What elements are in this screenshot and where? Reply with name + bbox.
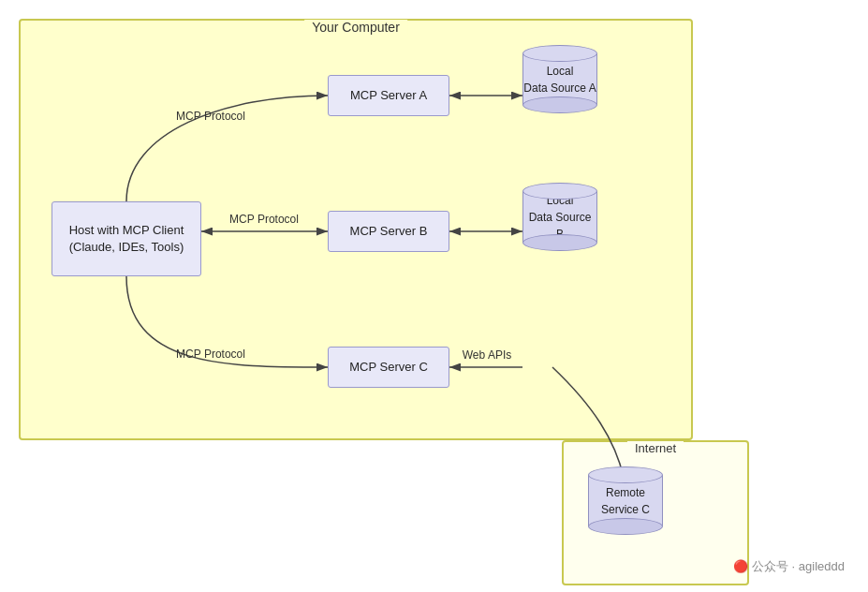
host-box: Host with MCP Client(Claude, IDEs, Tools… xyxy=(51,201,201,276)
server-c-box: MCP Server C xyxy=(328,347,449,388)
internet-label: Internet xyxy=(627,441,684,455)
server-a-box: MCP Server A xyxy=(328,75,449,116)
watermark: 🔴 公众号 · agileddd xyxy=(733,558,845,575)
server-a-label: MCP Server A xyxy=(350,87,427,104)
server-b-label: MCP Server B xyxy=(350,223,428,240)
cyl-bottom-rc xyxy=(588,518,663,535)
your-computer-label: Your Computer xyxy=(304,20,407,35)
datasource-a-cylinder: LocalData Source A xyxy=(522,45,597,113)
datasource-b-cylinder: LocalData Source B xyxy=(522,183,597,251)
diagram-container: Your Computer Internet Host with MCP Cli… xyxy=(9,9,859,583)
remote-service-c-cylinder: RemoteService C xyxy=(588,466,663,535)
server-c-label: MCP Server C xyxy=(349,359,428,376)
cyl-bottom-b xyxy=(522,234,597,251)
watermark-icon: 🔴 xyxy=(733,559,748,573)
cyl-top-a xyxy=(522,45,597,62)
watermark-text: 公众号 · agileddd xyxy=(752,559,845,573)
cyl-bottom-a xyxy=(522,96,597,113)
server-b-box: MCP Server B xyxy=(328,211,449,252)
host-label: Host with MCP Client(Claude, IDEs, Tools… xyxy=(69,222,184,256)
cyl-top-b xyxy=(522,183,597,200)
cyl-top-rc xyxy=(588,466,663,483)
